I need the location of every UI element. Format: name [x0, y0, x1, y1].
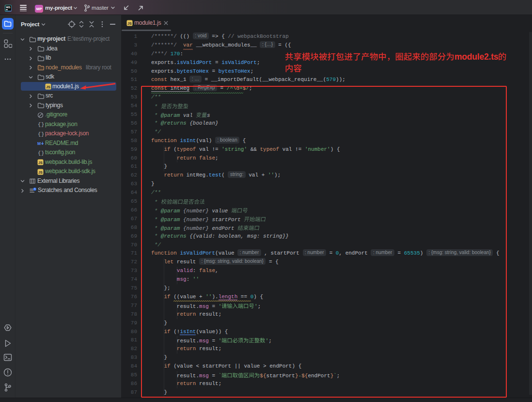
svg-text:M: M	[37, 141, 41, 146]
svg-text:}: }	[41, 131, 44, 137]
svg-text:}: }	[41, 150, 44, 156]
svg-text:{: {	[38, 131, 41, 137]
svg-text:{: {	[38, 122, 41, 128]
svg-text:JS: JS	[46, 85, 50, 89]
svg-text:JS: JS	[127, 21, 132, 26]
svg-text:}: }	[41, 122, 44, 128]
svg-text:JS: JS	[38, 170, 43, 174]
svg-text:{: {	[38, 150, 41, 156]
svg-text:JS: JS	[38, 161, 43, 165]
